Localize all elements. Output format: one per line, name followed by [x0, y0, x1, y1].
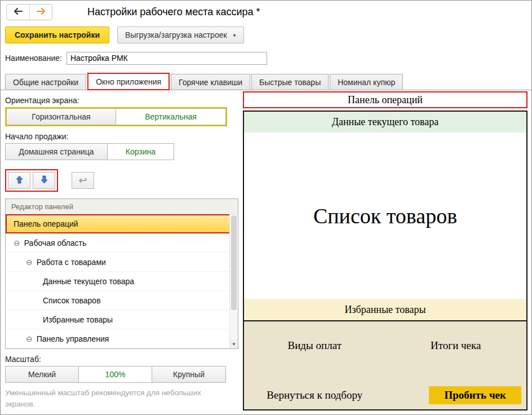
- export-import-settings-button[interactable]: Выгрузка/загрузка настроек ▾: [117, 27, 244, 43]
- tree-row-label: Рабочая область: [24, 239, 87, 248]
- name-field-row: Наименование:: [1, 46, 531, 66]
- orientation-option-vertical[interactable]: Вертикальная: [116, 109, 225, 125]
- scale-label: Масштаб:: [5, 355, 238, 364]
- collapse-icon[interactable]: ⊖: [26, 258, 33, 266]
- undo-icon: ↩: [78, 175, 87, 186]
- preview-main-box: Данные текущего товара Список товаров Из…: [243, 111, 527, 410]
- scale-option-large[interactable]: Крупный: [152, 367, 225, 382]
- preview-payment-types[interactable]: Виды оплат: [244, 339, 385, 352]
- scrollbar-down-button[interactable]: ▼: [230, 339, 238, 348]
- tree-row-label: Данные текущего товара: [43, 277, 134, 286]
- tab-application-window[interactable]: Окно приложения: [87, 73, 170, 90]
- app-window: Настройки рабочего места кассира * Сохра…: [0, 0, 532, 415]
- tree-row-operations-panel[interactable]: Панель операций: [6, 214, 238, 233]
- sale-start-label: Начало продажи:: [5, 132, 238, 141]
- layout-preview: Панель операций Данные текущего товара С…: [243, 90, 531, 414]
- preview-favorites[interactable]: Избранные товары: [244, 299, 526, 320]
- tree-row-label: Избранные товары: [43, 315, 113, 324]
- preview-control-panel[interactable]: Виды оплат Итоги чека Вернуться к подбор…: [244, 320, 526, 409]
- tree-row-label: Работа с товарами: [37, 258, 106, 267]
- orientation-option-horizontal[interactable]: Горизонтальная: [7, 109, 116, 125]
- orientation-focus-frame: Горизонтальная Вертикальная: [5, 107, 227, 126]
- sale-start-option-home[interactable]: Домашняя страница: [6, 144, 108, 160]
- collapse-icon[interactable]: ⊖: [14, 239, 20, 247]
- scale-toggle: Мелкий 100% Крупный: [5, 366, 226, 383]
- tree-rows: Панель операций ⊖ Рабочая область ⊖ Рабо…: [6, 214, 238, 348]
- toolbar: Сохранить настройки Выгрузка/загрузка на…: [1, 23, 531, 46]
- tree-row-goods-work[interactable]: ⊖ Работа с товарами: [6, 253, 238, 272]
- reset-panels-button[interactable]: ↩: [72, 172, 94, 189]
- tree-scrollbar[interactable]: ▼: [229, 214, 238, 348]
- tree-row-items-list[interactable]: Список товаров: [6, 291, 238, 310]
- preview-punch-wrap: Пробить чек: [385, 386, 527, 404]
- tree-row-label: Список товаров: [43, 296, 101, 305]
- preview-back-to-selection[interactable]: Вернуться к подбору: [244, 389, 385, 401]
- forward-button[interactable]: [29, 5, 52, 20]
- export-button-label: Выгрузка/загрузка настроек: [125, 30, 227, 39]
- tab-hotkeys[interactable]: Горячие клавиши: [171, 74, 250, 90]
- preview-punch-receipt-button[interactable]: Пробить чек: [429, 386, 521, 404]
- tab-general-settings[interactable]: Общие настройки: [5, 74, 86, 90]
- scale-option-100[interactable]: 100%: [79, 367, 152, 382]
- tree-header: Редактор панелей: [6, 199, 238, 214]
- content-area: Ориентация экрана: Горизонтальная Вертик…: [1, 90, 531, 414]
- tree-row-control-panel[interactable]: ⊖ Панель управления: [6, 329, 238, 348]
- tree-row-label: Панель операций: [14, 219, 78, 228]
- move-buttons-highlight: [5, 169, 58, 192]
- arrow-up-icon: [16, 175, 23, 186]
- collapse-icon[interactable]: ⊖: [26, 335, 33, 343]
- nav-button-group: [6, 4, 52, 20]
- sale-start-option-cart[interactable]: Корзина: [108, 144, 174, 160]
- panel-order-controls: ↩: [5, 169, 238, 192]
- tree-row-work-area[interactable]: ⊖ Рабочая область: [6, 233, 238, 253]
- name-field-label: Наименование:: [5, 54, 62, 63]
- tree-row-label: Панель управления: [37, 334, 109, 343]
- tab-bar: Общие настройки Окно приложения Горячие …: [1, 73, 531, 90]
- panel-editor-tree: Редактор панелей Панель операций ⊖ Рабоч…: [5, 198, 238, 349]
- scrollbar-thumb[interactable]: [231, 215, 237, 310]
- title-bar: Настройки рабочего места кассира *: [1, 1, 531, 23]
- preview-operations-panel[interactable]: Панель операций: [243, 91, 527, 108]
- tree-row-current-item-data[interactable]: Данные текущего товара: [6, 272, 238, 291]
- preview-pay-row: Виды оплат Итоги чека: [244, 321, 526, 352]
- tab-banknotes[interactable]: Номинал купюр: [330, 74, 403, 90]
- preview-receipt-totals[interactable]: Итоги чека: [385, 339, 527, 352]
- scroll-down-icon: ▼: [232, 342, 236, 347]
- scale-option-small[interactable]: Мелкий: [6, 367, 79, 382]
- page-title: Настройки рабочего места кассира *: [87, 6, 260, 18]
- back-button[interactable]: [7, 5, 29, 20]
- preview-bottom-row: Вернуться к подбору Пробить чек: [244, 386, 526, 404]
- sale-start-toggle: Домашняя страница Корзина: [5, 143, 174, 160]
- name-input[interactable]: [66, 52, 267, 65]
- move-up-button[interactable]: [8, 172, 30, 189]
- tab-quick-goods[interactable]: Быстрые товары: [251, 74, 329, 90]
- orientation-toggle: Горизонтальная Вертикальная: [6, 108, 226, 125]
- preview-current-item-data[interactable]: Данные текущего товара: [244, 112, 526, 133]
- move-down-button[interactable]: [33, 172, 55, 189]
- settings-panel: Ориентация экрана: Горизонтальная Вертик…: [1, 90, 243, 414]
- chevron-down-icon: ▾: [233, 32, 236, 38]
- orientation-label: Ориентация экрана:: [5, 96, 238, 105]
- forward-arrow-icon: [37, 7, 46, 17]
- save-settings-button[interactable]: Сохранить настройки: [5, 27, 109, 43]
- scale-hint-text: Уменьшенный масштаб рекомендуется для не…: [5, 387, 226, 409]
- back-arrow-icon: [14, 7, 23, 17]
- tree-row-favorites[interactable]: Избранные товары: [6, 310, 238, 329]
- arrow-down-icon: [41, 175, 48, 186]
- preview-items-list[interactable]: Список товаров: [244, 133, 526, 299]
